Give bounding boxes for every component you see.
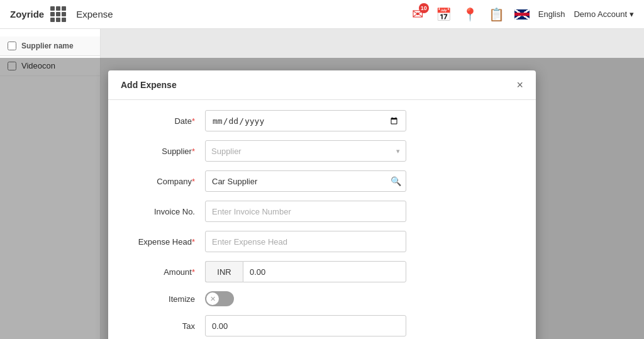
navbar: Zoyride Expense ✉ 10 📅 📍 📋 English Demo …: [0, 0, 644, 29]
grid-icon[interactable]: [50, 6, 66, 22]
dialog-close-button[interactable]: ×: [516, 79, 523, 91]
invoice-input[interactable]: [205, 201, 406, 222]
itemize-toggle[interactable]: ✕: [205, 291, 234, 306]
mail-notification-icon[interactable]: ✉ 10: [409, 6, 426, 23]
date-label: Date*: [123, 116, 205, 126]
amount-row: Amount* INR: [123, 261, 521, 282]
language-flag-icon: [514, 9, 530, 19]
location-icon[interactable]: 📍: [462, 6, 479, 23]
supplier-label: Supplier*: [123, 147, 205, 156]
date-input[interactable]: [205, 110, 406, 131]
dialog-title: Add Expense: [121, 80, 177, 90]
company-input[interactable]: [205, 170, 406, 192]
itemize-row: Itemize ✕: [123, 291, 521, 306]
date-row: Date*: [123, 110, 521, 131]
navbar-right: ✉ 10 📅 📍 📋 English Demo Account ▾: [409, 6, 634, 23]
itemize-toggle-knob: ✕: [206, 292, 219, 305]
document-icon[interactable]: 📋: [488, 6, 506, 23]
tax-row: Tax: [123, 315, 521, 336]
itemize-toggle-track[interactable]: ✕: [205, 291, 234, 306]
language-selector[interactable]: English: [538, 9, 565, 19]
amount-label: Amount*: [123, 267, 205, 277]
amount-input[interactable]: [243, 261, 406, 282]
brand-logo: Zoyride: [10, 9, 44, 19]
invoice-label: Invoice No.: [123, 207, 205, 216]
dialog-header: Add Expense ×: [108, 70, 536, 100]
itemize-label: Itemize: [123, 294, 205, 304]
select-all-checkbox[interactable]: [8, 42, 16, 50]
expense-head-input[interactable]: [205, 231, 406, 252]
tax-label: Tax: [123, 321, 205, 331]
invoice-row: Invoice No.: [123, 201, 521, 222]
supplier-row: Supplier* ▾ Supplier: [123, 140, 521, 162]
amount-currency: INR: [205, 261, 243, 282]
dialog-body: Date* Supplier* ▾ Supplier: [108, 100, 536, 339]
company-search-icon[interactable]: 🔍: [391, 176, 401, 186]
account-menu[interactable]: Demo Account ▾: [574, 9, 634, 19]
expense-head-row: Expense Head*: [123, 231, 521, 252]
sidebar-column-header: Supplier name: [21, 42, 74, 50]
company-row: Company* 🔍: [123, 170, 521, 192]
company-label: Company*: [123, 177, 205, 186]
supplier-select[interactable]: [205, 140, 406, 162]
calendar-icon[interactable]: 📅: [435, 6, 453, 23]
expense-head-label: Expense Head*: [123, 237, 205, 247]
notification-badge: 10: [419, 3, 429, 13]
page-title: Expense: [76, 9, 113, 19]
account-name: Demo Account: [574, 9, 627, 19]
main-area: Supplier name Videocon Add Expense × Dat…: [0, 29, 644, 339]
add-expense-dialog: Add Expense × Date* Supplier*: [108, 70, 536, 339]
sidebar-header: Supplier name: [0, 36, 100, 56]
tax-input[interactable]: [205, 315, 406, 336]
account-dropdown-arrow: ▾: [630, 9, 634, 19]
dialog-overlay: Add Expense × Date* Supplier*: [0, 58, 644, 339]
